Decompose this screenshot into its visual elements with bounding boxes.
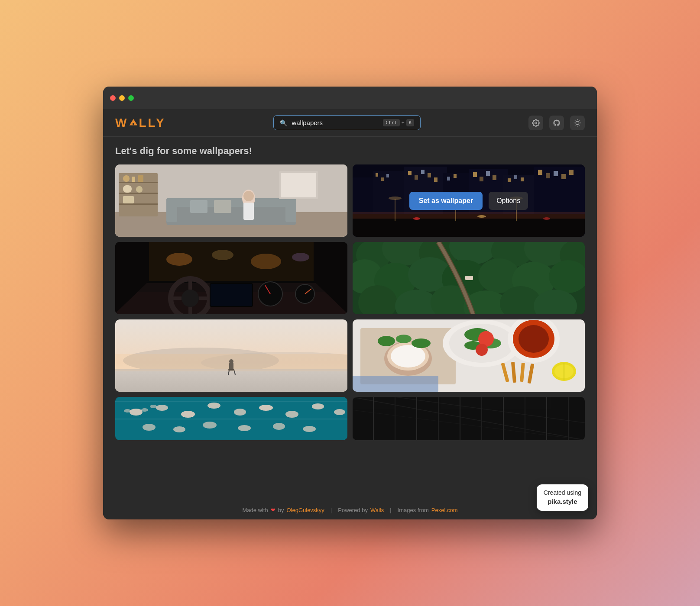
logo-text-lly: LLY (139, 116, 165, 130)
svg-line-11 (580, 120, 580, 121)
set-wallpaper-button-1[interactable]: Set as wallpaper (172, 192, 245, 210)
svg-point-3 (576, 121, 579, 125)
svg-line-6 (575, 120, 575, 121)
powered-by-text: Powered by (338, 507, 368, 513)
wallpaper-card-7[interactable]: Set as wallpaper Options (115, 397, 347, 440)
author-link[interactable]: OlegGulevskyy (286, 507, 324, 513)
separator-2: | (390, 507, 391, 513)
options-button-4[interactable]: Options (489, 269, 528, 287)
images-from-text: Images from (398, 507, 429, 513)
page-heading: Let's dig for some wallpapers! (115, 145, 585, 157)
github-button[interactable] (549, 116, 564, 130)
options-button-5[interactable]: Options (251, 347, 291, 365)
wails-link[interactable]: Wails (370, 507, 384, 513)
logo-icon (129, 118, 138, 127)
app-logo: W LLY (115, 116, 166, 130)
settings-button[interactable] (528, 116, 543, 130)
ctrl-key: Ctrl (383, 119, 400, 126)
options-button-6[interactable]: Options (489, 347, 528, 365)
options-button-1[interactable]: Options (251, 192, 291, 210)
maximize-button[interactable] (128, 95, 134, 101)
pexels-link[interactable]: Pexel.com (431, 507, 458, 513)
card-2-overlay: Set as wallpaper Options (353, 164, 585, 237)
set-wallpaper-button-3[interactable]: Set as wallpaper (172, 269, 245, 287)
wallpaper-card-4[interactable]: Set as wallpaper Options (353, 242, 585, 314)
pika-line1: Created using (544, 489, 581, 496)
options-button-2[interactable]: Options (489, 192, 528, 210)
pika-line2: pika.style (548, 498, 577, 505)
set-wallpaper-button-5[interactable]: Set as wallpaper (172, 347, 245, 365)
search-icon: 🔍 (280, 119, 287, 126)
separator-1: | (331, 507, 332, 513)
wallpaper-card-5[interactable]: Set as wallpaper Options (115, 319, 347, 392)
by-text: by (278, 507, 284, 513)
options-button-3[interactable]: Options (251, 269, 291, 287)
svg-line-10 (575, 125, 575, 125)
options-button-8[interactable]: Options (489, 409, 528, 428)
wallpaper-card-8[interactable]: Set as wallpaper Options (353, 397, 585, 440)
wallpaper-card-2[interactable]: Set as wallpaper Options (353, 164, 585, 237)
content-area: Let's dig for some wallpapers! (103, 137, 597, 501)
minimize-button[interactable] (119, 95, 125, 101)
set-wallpaper-button-2[interactable]: Set as wallpaper (409, 192, 483, 210)
traffic-lights (110, 95, 134, 101)
keyboard-shortcut: Ctrl + K (383, 119, 414, 126)
header-actions (528, 116, 585, 130)
pika-badge: Created using pika.style (537, 484, 588, 511)
titlebar (103, 87, 597, 109)
logo-text-w: W (115, 116, 128, 130)
close-button[interactable] (110, 95, 116, 101)
set-wallpaper-button-8[interactable]: Set as wallpaper (409, 409, 483, 428)
plus-sign: + (402, 120, 405, 126)
search-input[interactable] (292, 119, 379, 126)
heart-icon: ❤ (271, 507, 275, 513)
set-wallpaper-button-6[interactable]: Set as wallpaper (409, 347, 483, 365)
svg-line-7 (580, 125, 580, 125)
made-with-text: Made with (242, 507, 268, 513)
wallpaper-card-3[interactable]: Set as wallpaper Options (115, 242, 347, 314)
svg-point-2 (535, 122, 537, 124)
footer: Made with ❤ by OlegGulevskyy | Powered b… (103, 501, 597, 519)
set-wallpaper-button-4[interactable]: Set as wallpaper (409, 269, 483, 287)
wallpaper-grid: Set as wallpaper Options (115, 164, 585, 501)
svg-rect-1 (133, 122, 135, 125)
wallpaper-card-1[interactable]: Set as wallpaper Options (115, 164, 347, 237)
set-wallpaper-button-7[interactable]: Set as wallpaper (172, 409, 245, 428)
app-window: W LLY 🔍 Ctrl + K (103, 87, 597, 519)
k-key: K (406, 119, 415, 126)
theme-toggle-button[interactable] (570, 116, 585, 130)
header: W LLY 🔍 Ctrl + K (103, 109, 597, 137)
options-button-7[interactable]: Options (251, 409, 291, 428)
wallpaper-card-6[interactable]: Set as wallpaper Options (353, 319, 585, 392)
search-bar[interactable]: 🔍 Ctrl + K (273, 115, 421, 130)
